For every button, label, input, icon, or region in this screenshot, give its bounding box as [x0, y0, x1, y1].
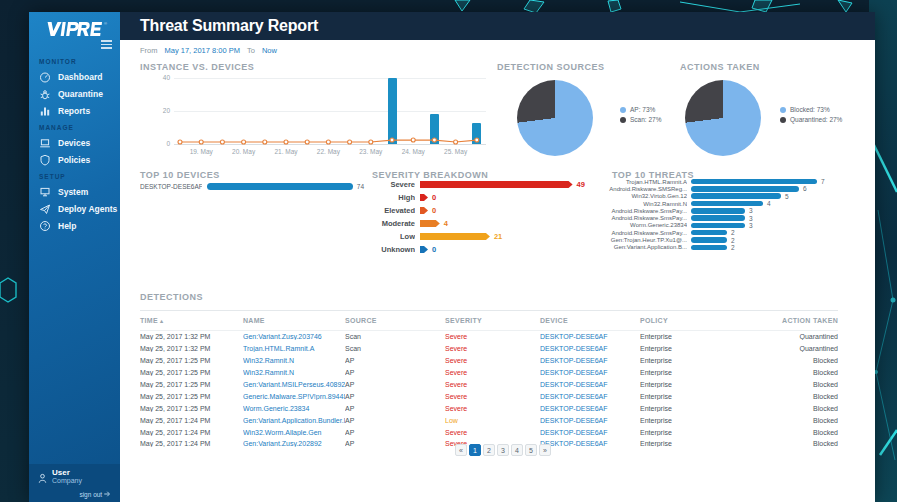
- cell-device[interactable]: DESKTOP-DESE6AF: [540, 440, 640, 447]
- x-axis-tick: 20. May: [224, 148, 264, 155]
- quarantine-icon: [39, 88, 51, 100]
- to-label: To: [247, 46, 255, 55]
- cell-name[interactable]: Gen:Variant.Zusy.203746: [243, 333, 345, 340]
- dashboard-icon: [39, 71, 51, 83]
- severity-row: Low21: [345, 230, 590, 243]
- detections-title: DETECTIONS: [140, 292, 838, 302]
- column-header-source[interactable]: SOURCE: [345, 317, 445, 324]
- page-button-4[interactable]: 4: [511, 444, 523, 456]
- sidebar-item-label: Deploy Agents: [58, 204, 117, 214]
- cell-device[interactable]: DESKTOP-DESE6AF: [540, 345, 640, 352]
- cell-source: AP: [345, 381, 445, 388]
- sidebar-item-quarantine[interactable]: Quarantine: [29, 85, 120, 102]
- threat-label: Worm.Generic.23834: [590, 222, 687, 228]
- cell-name[interactable]: Gen:Variant.Application.Bundler.Down...: [243, 417, 345, 424]
- cell-name[interactable]: Win32.Ramnit.N: [243, 369, 345, 376]
- legend-label: Quarantined: 27%: [790, 116, 842, 123]
- legend-label: Blocked: 73%: [790, 106, 830, 113]
- detections-table-body: May 25, 2017 1:32 PMGen:Variant.Zusy.203…: [140, 331, 838, 450]
- page-button-5[interactable]: 5: [525, 444, 537, 456]
- cell-device[interactable]: DESKTOP-DESE6AF: [540, 369, 640, 376]
- threat-value: 4: [767, 200, 771, 207]
- sidebar-item-reports[interactable]: Reports: [29, 102, 120, 119]
- table-row: May 25, 2017 1:25 PMWin32.Ramnit.NAPSeve…: [140, 355, 838, 367]
- x-axis-tick: 23. May: [351, 148, 391, 155]
- cell-policy: Enterprise: [640, 369, 740, 376]
- cell-device[interactable]: DESKTOP-DESE6AF: [540, 357, 640, 364]
- cell-source: AP: [345, 417, 445, 424]
- threat-bar: [691, 215, 745, 221]
- cell-severity: Low: [445, 417, 540, 424]
- sidebar-item-dashboard[interactable]: Dashboard: [29, 68, 120, 85]
- cell-name[interactable]: Gen:Variant.Zusy.202892: [243, 440, 345, 447]
- date-filter: From May 17, 2017 8:00 PM To Now: [140, 46, 277, 55]
- cell-device[interactable]: DESKTOP-DESE6AF: [540, 405, 640, 412]
- page-button-1[interactable]: 1: [469, 444, 481, 456]
- report-content: From May 17, 2017 8:00 PM To Now INSTANC…: [120, 40, 875, 502]
- column-header-name[interactable]: NAME: [243, 317, 345, 324]
- cell-time: May 25, 2017 1:24 PM: [140, 440, 243, 447]
- user-company: Company: [52, 477, 82, 485]
- instance-vs-devices-title: INSTANCE VS. DEVICES: [140, 62, 254, 72]
- column-header-device[interactable]: DEVICE: [540, 317, 640, 324]
- x-axis-tick: 21. May: [266, 148, 306, 155]
- nav-section-label: SETUP: [29, 168, 120, 183]
- cell-name[interactable]: Worm.Generic.23834: [243, 405, 345, 412]
- cell-source: Scan: [345, 345, 445, 352]
- devices-line: [148, 74, 488, 170]
- devices-icon: [39, 137, 51, 149]
- threat-bar: [691, 201, 763, 207]
- cell-device[interactable]: DESKTOP-DESE6AF: [540, 393, 640, 400]
- column-header-time[interactable]: TIME▴: [140, 317, 243, 324]
- threat-row: Android.Riskware.SmsPay...3: [590, 214, 850, 221]
- threat-bar: [691, 237, 727, 243]
- severity-row: Severe49: [345, 178, 590, 191]
- column-header-policy[interactable]: POLICY: [640, 317, 740, 324]
- cell-name[interactable]: Generic.Malware.SP!V!prn.89448731: [243, 393, 345, 400]
- legend-item: Quarantined: 27%: [780, 116, 842, 123]
- cell-device[interactable]: DESKTOP-DESE6AF: [540, 381, 640, 388]
- sidebar-item-deploy-agents[interactable]: Deploy Agents: [29, 200, 120, 217]
- cell-name[interactable]: Win32.Worm.Allaple.Gen: [243, 429, 345, 436]
- cell-source: AP: [345, 393, 445, 400]
- top-devices-chart: DESKTOP-DESE6AF74: [140, 180, 380, 193]
- threat-value: 2: [731, 229, 735, 236]
- sidebar-item-help[interactable]: Help: [29, 217, 120, 234]
- cell-device[interactable]: DESKTOP-DESE6AF: [540, 429, 640, 436]
- cell-device[interactable]: DESKTOP-DESE6AF: [540, 417, 640, 424]
- page-button-3[interactable]: 3: [497, 444, 509, 456]
- page-button-2[interactable]: 2: [483, 444, 495, 456]
- sign-out-link[interactable]: sign out: [37, 491, 112, 498]
- cell-action: Blocked: [740, 369, 838, 376]
- vipre-logo[interactable]: ®: [29, 12, 120, 39]
- severity-value: 49: [577, 180, 585, 189]
- page-button-«[interactable]: «: [455, 444, 467, 456]
- user-block: User Company sign out: [29, 464, 120, 502]
- to-date-picker[interactable]: Now: [262, 46, 277, 55]
- sidebar-item-label: Dashboard: [58, 72, 102, 82]
- table-row: May 25, 2017 1:25 PMGen:Variant.MSILPers…: [140, 379, 838, 391]
- cell-action: Blocked: [740, 440, 838, 447]
- page-button-»[interactable]: »: [539, 444, 551, 456]
- cell-device[interactable]: DESKTOP-DESE6AF: [540, 333, 640, 340]
- app-window: ® MONITORDashboardQuarantineReportsMANAG…: [29, 12, 875, 502]
- x-axis-tick: 24. May: [393, 148, 433, 155]
- column-header-severity[interactable]: SEVERITY: [445, 317, 540, 324]
- cell-name[interactable]: Gen:Variant.MSILPerseus.40892: [243, 381, 345, 388]
- cell-name[interactable]: Trojan.HTML.Ramnit.A: [243, 345, 345, 352]
- column-header-action-taken[interactable]: ACTION TAKEN: [740, 317, 838, 324]
- severity-breakdown-chart: Severe49High0Elevated0Moderate4Low21Unkn…: [345, 178, 590, 256]
- cell-action: Blocked: [740, 417, 838, 424]
- legend-item: Scan: 27%: [620, 116, 661, 123]
- sidebar-item-label: Help: [58, 221, 76, 231]
- sidebar-item-devices[interactable]: Devices: [29, 134, 120, 151]
- actions-taken-legend: Blocked: 73%Quarantined: 27%: [780, 106, 842, 126]
- sidebar-item-system[interactable]: System: [29, 183, 120, 200]
- from-date-picker[interactable]: May 17, 2017 8:00 PM: [165, 46, 240, 55]
- hamburger-menu-icon[interactable]: [101, 38, 112, 51]
- sidebar-item-policies[interactable]: Policies: [29, 151, 120, 168]
- threat-bar: [691, 193, 781, 199]
- cell-name[interactable]: Win32.Ramnit.N: [243, 357, 345, 364]
- threat-label: Gen:Trojan.Heur.TP.Xu1@...: [590, 237, 687, 243]
- severity-row: Moderate4: [345, 217, 590, 230]
